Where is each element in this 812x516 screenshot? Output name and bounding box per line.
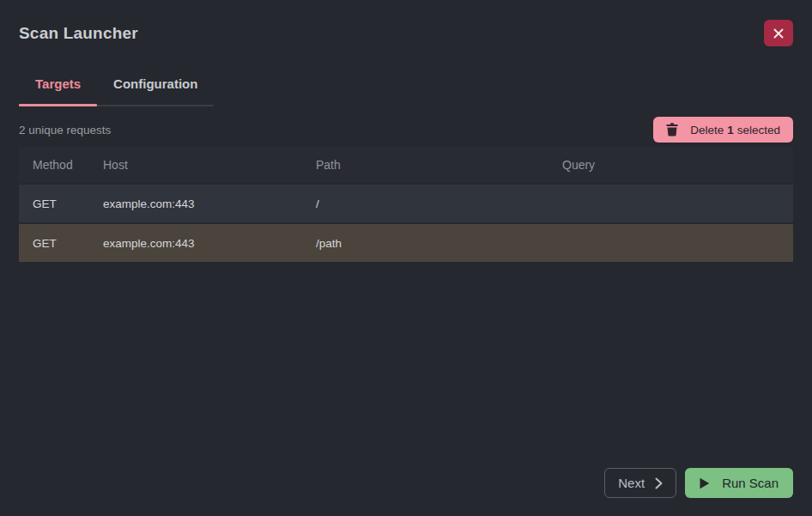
table-row[interactable]: GET example.com:443 /: [19, 185, 793, 222]
chevron-right-icon: [655, 477, 663, 489]
column-header-method: Method: [19, 158, 89, 172]
dialog-header: Scan Launcher: [0, 0, 812, 46]
close-icon: [773, 27, 785, 39]
selected-count: 1: [727, 124, 734, 137]
column-header-host: Host: [89, 158, 302, 172]
table-row-selected[interactable]: GET example.com:443 /path: [19, 224, 793, 262]
content-spacer: [0, 262, 812, 468]
cell-path: /: [302, 197, 548, 210]
trash-icon: [666, 123, 678, 137]
cell-path: /path: [302, 237, 548, 250]
tab-targets[interactable]: Targets: [19, 77, 97, 105]
close-button[interactable]: [764, 20, 793, 46]
targets-toolbar: 2 unique requests Delete1selected: [19, 117, 793, 143]
cell-host: example.com:443: [89, 237, 302, 250]
column-header-path: Path: [302, 158, 548, 172]
delete-selected-label: Delete1selected: [690, 124, 780, 137]
next-button[interactable]: Next: [604, 468, 676, 498]
next-button-label: Next: [618, 476, 645, 490]
tab-bar: Targets Configuration: [19, 77, 214, 106]
unique-requests-summary: 2 unique requests: [19, 124, 111, 137]
delete-selected-button[interactable]: Delete1selected: [653, 117, 793, 143]
cell-host: example.com:443: [89, 197, 302, 210]
run-scan-label: Run Scan: [722, 476, 779, 490]
play-icon: [700, 477, 710, 489]
page-title: Scan Launcher: [19, 24, 138, 43]
tab-configuration[interactable]: Configuration: [97, 77, 214, 105]
column-header-query: Query: [548, 158, 793, 172]
dialog-footer: Next Run Scan: [0, 468, 812, 516]
cell-method: GET: [19, 237, 89, 250]
table-header-row: Method Host Path Query: [19, 147, 793, 183]
requests-table: Method Host Path Query GET example.com:4…: [19, 147, 793, 262]
run-scan-button[interactable]: Run Scan: [685, 468, 793, 498]
cell-method: GET: [19, 197, 89, 210]
